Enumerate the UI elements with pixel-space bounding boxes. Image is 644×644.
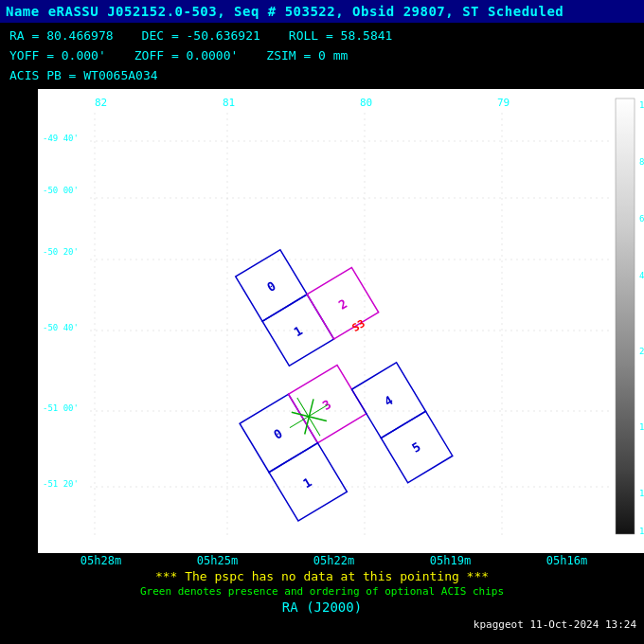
svg-text:80: 80 — [360, 97, 372, 109]
bottom-section: 05h28m 05h25m 05h22m 05h19m 05h16m *** T… — [0, 553, 644, 633]
svg-rect-1 — [616, 98, 635, 534]
ra-tick-5: 05h16m — [546, 554, 587, 567]
svg-text:10⁻³: 10⁻³ — [639, 100, 644, 110]
footer-text: kpaggeot 11-Oct-2024 13:24 — [474, 618, 636, 631]
svg-text:-51 20': -51 20' — [43, 479, 79, 489]
main-container: Name eRASSU J052152.0-503, Seq # 503522,… — [0, 0, 644, 644]
title-bar: Name eRASSU J052152.0-503, Seq # 503522,… — [0, 0, 644, 23]
svg-text:10⁻⁵: 10⁻⁵ — [639, 489, 644, 498]
footer: kpaggeot 11-Oct-2024 13:24 — [0, 617, 644, 633]
title-text: Name eRASSU J052152.0-503, Seq # 503522,… — [6, 4, 564, 19]
svg-text:81: 81 — [223, 97, 235, 109]
svg-text:-49 40': -49 40' — [43, 134, 79, 143]
roll-value: ROLL = 58.5841 — [289, 27, 393, 46]
chart-svg: 10⁻³ 8×10⁻⁴ 6×10⁻⁴ 4×10⁻⁴ 2×10⁻⁴ 10⁻⁴ 10… — [38, 89, 644, 553]
pspc-message: *** The pspc has no data at this pointin… — [0, 567, 644, 585]
zsim-value: ZSIM = 0 mm — [266, 46, 348, 66]
svg-text:-51 00': -51 00' — [43, 403, 79, 413]
svg-text:10⁻⁴: 10⁻⁴ — [639, 422, 644, 432]
svg-text:-50 40': -50 40' — [43, 323, 79, 332]
svg-text:-50 20': -50 20' — [43, 247, 79, 257]
svg-text:8×10⁻⁴: 8×10⁻⁴ — [639, 157, 644, 167]
ra-tick-1: 05h28m — [80, 554, 121, 567]
chart-area: 10⁻³ 8×10⁻⁴ 6×10⁻⁴ 4×10⁻⁴ 2×10⁻⁴ 10⁻⁴ 10… — [38, 89, 644, 553]
svg-text:6×10⁻⁴: 6×10⁻⁴ — [639, 214, 644, 224]
svg-rect-0 — [38, 89, 644, 553]
dec-value: DEC = -50.636921 — [142, 27, 260, 46]
acis-pb-value: ACIS PB = WT0065A034 — [9, 68, 158, 82]
green-note: Green denotes presence and ordering of o… — [0, 585, 644, 598]
ra-tick-3: 05h22m — [313, 554, 354, 567]
svg-text:10⁻⁶: 10⁻⁶ — [639, 527, 644, 536]
yoff-value: YOFF = 0.000' — [9, 46, 106, 66]
svg-text:4×10⁻⁴: 4×10⁻⁴ — [639, 271, 644, 280]
svg-text:82: 82 — [95, 97, 107, 109]
zoff-value: ZOFF = 0.0000' — [134, 46, 239, 66]
ra-axis-label: RA (J2000) — [0, 598, 644, 617]
svg-text:79: 79 — [497, 97, 510, 109]
svg-text:-50 00': -50 00' — [43, 186, 79, 195]
svg-text:2×10⁻⁴: 2×10⁻⁴ — [639, 347, 644, 356]
info-panel: RA = 80.466978 DEC = -50.636921 ROLL = 5… — [0, 23, 644, 89]
ra-value: RA = 80.466978 — [9, 27, 114, 46]
ra-tick-2: 05h25m — [197, 554, 238, 567]
ra-tick-4: 05h19m — [430, 554, 471, 567]
